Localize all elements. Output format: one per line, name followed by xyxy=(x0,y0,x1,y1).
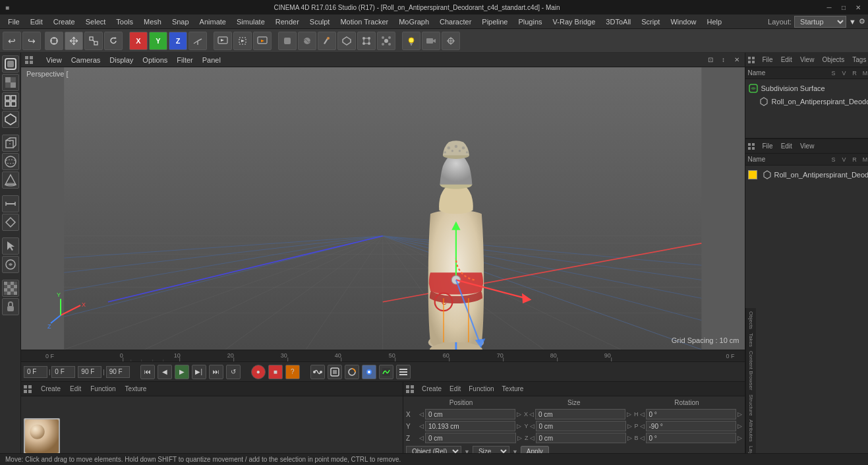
b-increment-icon[interactable]: ▷ xyxy=(738,435,742,441)
sy-decrement-icon[interactable]: ◁ xyxy=(530,423,535,429)
rewind-button[interactable]: ⏮ xyxy=(140,365,155,379)
preview-start-input[interactable] xyxy=(51,366,75,378)
select-icon[interactable] xyxy=(2,237,19,255)
menu-vray[interactable]: V-Ray Bridge xyxy=(548,16,601,27)
texture-mode-button[interactable] xyxy=(298,32,316,50)
roll-on-row[interactable]: Roll_on_Antiperspirant_Deodorant xyxy=(748,95,868,108)
object-highlight-button[interactable] xyxy=(328,365,342,379)
attributes-vtab[interactable]: Attributes xyxy=(748,418,754,444)
vp-menu-options[interactable]: Options xyxy=(138,55,171,65)
object3d-icon[interactable] xyxy=(2,111,19,128)
material-thumbnail[interactable] xyxy=(24,418,60,454)
om-file-button[interactable]: File xyxy=(760,55,776,65)
rotation-p-input[interactable] xyxy=(646,421,736,431)
menu-script[interactable]: Script xyxy=(636,16,665,27)
loop-button[interactable]: ↺ xyxy=(226,365,241,379)
fcurve-button[interactable] xyxy=(379,365,393,379)
om-objects-button[interactable]: Objects xyxy=(819,55,847,65)
me-edit-button[interactable]: Edit xyxy=(67,384,84,394)
sz-decrement-icon[interactable]: ◁ xyxy=(530,435,535,441)
menu-help[interactable]: Help xyxy=(702,16,728,27)
sculpt-icon[interactable] xyxy=(2,256,19,273)
position-x-input[interactable] xyxy=(425,409,515,419)
record-red-button[interactable]: ● xyxy=(251,365,266,379)
z-increment-icon[interactable]: ▷ xyxy=(517,435,522,441)
h-decrement-icon[interactable]: ◁ xyxy=(640,411,645,418)
size-z-input[interactable] xyxy=(536,433,626,443)
minimize-button[interactable]: ─ xyxy=(825,3,834,12)
sy-increment-icon[interactable]: ▷ xyxy=(627,423,632,429)
p-increment-icon[interactable]: ▷ xyxy=(738,423,742,429)
menu-plugins[interactable]: Plugins xyxy=(513,16,547,27)
me-create-button[interactable]: Create xyxy=(38,384,63,394)
menu-edit[interactable]: Edit xyxy=(25,16,48,27)
light-button[interactable] xyxy=(402,32,420,50)
size-y-input[interactable] xyxy=(536,421,626,431)
layout-expand-icon[interactable]: ▼ xyxy=(849,18,856,26)
preview-end-input[interactable] xyxy=(106,366,130,378)
vp-menu-view[interactable]: View xyxy=(42,55,66,65)
om-tags-button[interactable]: Tags xyxy=(850,55,868,65)
size-x-input[interactable] xyxy=(535,409,625,419)
keyframe-icon[interactable] xyxy=(2,214,19,231)
start-frame-input[interactable] xyxy=(24,366,47,378)
takes-vtab[interactable]: Takes xyxy=(748,331,754,349)
y-increment-icon[interactable]: ▷ xyxy=(517,423,521,429)
polygon-mode-button[interactable] xyxy=(337,32,356,50)
vp-menu-cameras[interactable]: Cameras xyxy=(67,55,105,65)
redo-button[interactable]: ↪ xyxy=(22,32,41,50)
cone-icon[interactable] xyxy=(2,171,19,189)
motion-path-button[interactable] xyxy=(310,365,325,379)
snap-button[interactable] xyxy=(442,32,460,50)
om-view-button[interactable]: View xyxy=(797,55,817,65)
menu-file[interactable]: File xyxy=(3,16,25,27)
z-decrement-icon[interactable]: ◁ xyxy=(419,435,424,441)
prev-frame-button[interactable]: ◀ xyxy=(158,365,172,379)
vp-menu-filter[interactable]: Filter xyxy=(173,55,196,65)
menu-tools[interactable]: Tools xyxy=(111,16,138,27)
menu-pipeline[interactable]: Pipeline xyxy=(477,16,513,27)
content-browser-vtab[interactable]: Content Browser xyxy=(748,349,754,392)
vertex-mode-button[interactable] xyxy=(377,32,395,50)
menu-sculpt[interactable]: Sculpt xyxy=(304,16,335,27)
edge-mode-button[interactable] xyxy=(357,32,376,50)
rotation-h-input[interactable] xyxy=(646,409,736,419)
menu-select[interactable]: Select xyxy=(80,16,111,27)
sphere-icon[interactable] xyxy=(2,153,19,170)
undo-button[interactable]: ↩ xyxy=(3,32,21,50)
grid-icon[interactable] xyxy=(2,92,19,109)
attr-function-button[interactable]: Function xyxy=(466,384,496,394)
paint-button[interactable] xyxy=(318,32,336,50)
more-options-button[interactable] xyxy=(396,365,411,379)
structure-vtab[interactable]: Structure xyxy=(748,392,754,418)
b-decrement-icon[interactable]: ◁ xyxy=(640,435,645,441)
menu-window[interactable]: Window xyxy=(665,16,701,27)
p-decrement-icon[interactable]: ◁ xyxy=(640,423,645,429)
checkerboard2-icon[interactable] xyxy=(2,280,19,297)
layout-settings-icon[interactable]: ⚙ xyxy=(859,17,865,26)
position-button[interactable] xyxy=(362,365,376,379)
attr-edit-button[interactable]: Edit xyxy=(447,384,463,394)
vp-menu-display[interactable]: Display xyxy=(105,55,137,65)
viewport[interactable]: C xyxy=(21,67,745,350)
scale-button[interactable] xyxy=(84,32,103,50)
om2-view-button[interactable]: View xyxy=(797,141,817,151)
position-z-input[interactable] xyxy=(425,433,516,443)
object-mode-button[interactable] xyxy=(278,32,297,50)
menu-character[interactable]: Character xyxy=(434,16,477,27)
live-select-button[interactable] xyxy=(45,32,63,50)
rotation-button[interactable] xyxy=(345,365,359,379)
me-function-button[interactable]: Function xyxy=(88,384,118,394)
menu-motion-tracker[interactable]: Motion Tracker xyxy=(335,16,393,27)
menu-animate[interactable]: Animate xyxy=(194,16,231,27)
om-edit-button[interactable]: Edit xyxy=(778,55,795,65)
y-axis-button[interactable]: Y xyxy=(149,32,167,50)
vp-menu-panel[interactable]: Panel xyxy=(198,55,225,65)
lock-icon[interactable] xyxy=(2,298,19,315)
om2-file-button[interactable]: File xyxy=(760,141,776,151)
auto-key-button[interactable]: ? xyxy=(285,365,300,379)
render-preview-button[interactable] xyxy=(214,32,232,50)
sx-decrement-icon[interactable]: ◁ xyxy=(529,411,534,418)
checkerboard-icon[interactable] xyxy=(2,74,19,91)
play-button[interactable]: ▶ xyxy=(175,365,189,379)
